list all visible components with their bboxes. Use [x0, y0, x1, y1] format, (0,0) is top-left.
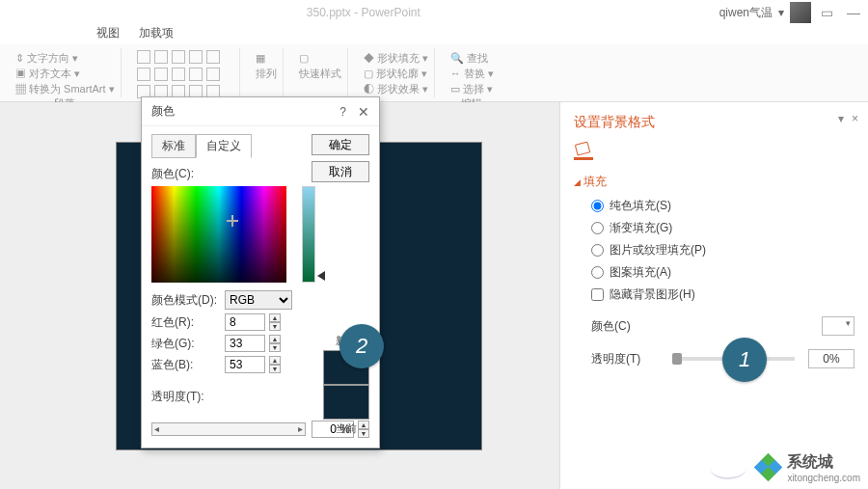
find-button[interactable]: 🔍 查找	[450, 50, 494, 66]
tab-standard[interactable]: 标准	[151, 134, 196, 158]
dialog-transparency-scroll[interactable]: ◂ ▸	[151, 422, 306, 436]
ribbon-group-shape-format: ◆ 形状填充 ▾ ▢ 形状轮廓 ▾ ◐ 形状效果 ▾	[358, 48, 435, 97]
dialog-titlebar[interactable]: 颜色 ? ✕	[142, 97, 379, 126]
red-row: 红色(R): ▲▼	[151, 313, 369, 331]
radio-solid-fill[interactable]: 纯色填充(S)	[591, 198, 854, 214]
blue-label: 蓝色(B):	[151, 357, 219, 373]
color-mode-row: 颜色模式(D): RGB	[151, 290, 369, 310]
text-direction-button[interactable]: ⇕ 文字方向 ▾	[15, 50, 115, 66]
shape-outline-button[interactable]: ▢ 形状轮廓 ▾	[364, 66, 428, 81]
green-input[interactable]	[225, 335, 265, 352]
select-button[interactable]: ▭ 选择 ▾	[450, 81, 494, 96]
spectrum-crosshair-icon[interactable]	[227, 215, 238, 227]
workspace: ▾ × 设置背景格式 填充 纯色填充(S) 渐变填充(G) 图片或纹理填充(P)…	[0, 102, 868, 489]
dialog-help-icon[interactable]: ?	[339, 105, 346, 119]
dialog-close-icon[interactable]: ✕	[358, 104, 369, 120]
color-picker-button[interactable]	[822, 316, 854, 336]
dialog-transparency-label: 透明度(T):	[151, 389, 219, 405]
shape-effects-button[interactable]: ◐ 形状效果 ▾	[364, 81, 428, 96]
ribbon-group-quickstyles: ▢快速样式	[293, 48, 348, 97]
account-dropdown-icon[interactable]: ▾	[778, 6, 784, 19]
shape-fill-button[interactable]: ◆ 形状填充 ▾	[364, 50, 428, 66]
quick-styles-button[interactable]: ▢快速样式	[299, 50, 341, 81]
tab-custom[interactable]: 自定义	[196, 134, 252, 158]
pane-title: 设置背景格式	[574, 114, 854, 131]
pane-dropdown-icon[interactable]: ▾	[838, 112, 844, 125]
blue-spin-down[interactable]: ▼	[269, 365, 281, 373]
color-field-row: 颜色(C)	[591, 316, 854, 336]
luminance-arrow-icon[interactable]	[317, 271, 325, 281]
radio-pattern-fill[interactable]: 图案填充(A)	[591, 264, 854, 281]
cancel-button[interactable]: 取消	[312, 161, 369, 182]
red-spin-down[interactable]: ▼	[269, 322, 281, 331]
ribbon-group-shapes-gallery[interactable]: 绘图	[131, 48, 240, 97]
checkbox-hide-bg-input[interactable]	[591, 288, 604, 301]
fill-section-header[interactable]: 填充	[574, 174, 854, 190]
red-input[interactable]	[225, 313, 265, 331]
blue-input[interactable]	[225, 356, 265, 373]
scroll-right-icon[interactable]: ▸	[298, 423, 303, 434]
watermark-brand: 系统城	[787, 452, 860, 473]
watermark-url: xitongcheng.com	[787, 473, 860, 483]
color-mode-label: 颜色模式(D):	[151, 292, 219, 309]
color-spectrum[interactable]	[151, 186, 286, 283]
current-color-label: 当前	[323, 421, 369, 436]
radio-solid-fill-input[interactable]	[591, 200, 604, 212]
scroll-left-icon[interactable]: ◂	[154, 423, 159, 434]
pane-close-icon[interactable]: ×	[852, 112, 858, 125]
radio-picture-fill-input[interactable]	[591, 244, 604, 257]
minimize-icon[interactable]: —	[847, 5, 860, 20]
arrange-button[interactable]: ▦排列	[256, 50, 277, 81]
radio-gradient-fill[interactable]: 渐变填充(G)	[591, 220, 854, 236]
account-area[interactable]: qiwen气温 ▾	[719, 2, 811, 23]
smartart-button[interactable]: ▦ 转换为 SmartArt ▾	[15, 81, 115, 96]
green-label: 绿色(G):	[151, 336, 219, 352]
avatar[interactable]	[790, 2, 811, 23]
ribbon-tabs: 视图 加载项	[0, 25, 868, 44]
ribbon-group-paragraph: ⇕ 文字方向 ▾ ▣ 对齐文本 ▾ ▦ 转换为 SmartArt ▾ 段落	[10, 48, 122, 97]
radio-pattern-fill-input[interactable]	[591, 266, 604, 279]
format-background-pane: ▾ × 设置背景格式 填充 纯色填充(S) 渐变填充(G) 图片或纹理填充(P)…	[559, 102, 868, 489]
document-title: 350.pptx - PowerPoint	[8, 6, 719, 19]
transparency-label: 透明度(T)	[591, 351, 659, 367]
fill-bucket-icon[interactable]	[574, 141, 593, 160]
align-text-button[interactable]: ▣ 对齐文本 ▾	[15, 66, 115, 81]
color-dialog: 颜色 ? ✕ 确定 取消 标准 自定义 颜色(C): 颜色模式(D): RGB …	[141, 96, 380, 448]
ribbon-group-arrange: ▦排列	[250, 48, 284, 97]
watermark-logo-icon	[756, 455, 781, 480]
blue-spin-up[interactable]: ▲	[269, 356, 281, 365]
transparency-value[interactable]: 0%	[808, 349, 854, 368]
tab-view[interactable]: 视图	[96, 25, 120, 44]
luminance-bar[interactable]	[302, 186, 315, 283]
annotation-2: 2	[339, 324, 384, 368]
ribbon: ⇕ 文字方向 ▾ ▣ 对齐文本 ▾ ▦ 转换为 SmartArt ▾ 段落 绘图…	[0, 44, 868, 102]
ribbon-group-editing: 🔍 查找 ↔ 替换 ▾ ▭ 选择 ▾ 编辑	[445, 48, 500, 97]
watermark-book-icon	[710, 456, 746, 479]
red-label: 红色(R):	[151, 314, 219, 331]
green-spin-up[interactable]: ▲	[269, 335, 281, 343]
current-color-swatch	[323, 385, 369, 420]
color-mode-select[interactable]: RGB	[225, 290, 292, 310]
ok-button[interactable]: 确定	[312, 134, 369, 155]
annotation-1: 1	[722, 338, 767, 382]
radio-picture-fill[interactable]: 图片或纹理填充(P)	[591, 242, 854, 258]
green-spin-down[interactable]: ▼	[269, 343, 281, 352]
replace-button[interactable]: ↔ 替换 ▾	[450, 66, 494, 81]
tab-addins[interactable]: 加载项	[139, 25, 174, 44]
dialog-title: 颜色	[151, 103, 339, 120]
ribbon-collapse-icon[interactable]: ▭	[821, 5, 833, 20]
watermark: 系统城 xitongcheng.com	[710, 452, 860, 483]
checkbox-hide-bg[interactable]: 隐藏背景图形(H)	[591, 286, 854, 303]
red-spin-up[interactable]: ▲	[269, 313, 281, 322]
radio-gradient-fill-input[interactable]	[591, 222, 604, 234]
title-bar: 350.pptx - PowerPoint qiwen气温 ▾ ▭ —	[0, 0, 868, 25]
account-name: qiwen气温	[719, 5, 773, 21]
color-label: 颜色(C)	[591, 318, 659, 335]
